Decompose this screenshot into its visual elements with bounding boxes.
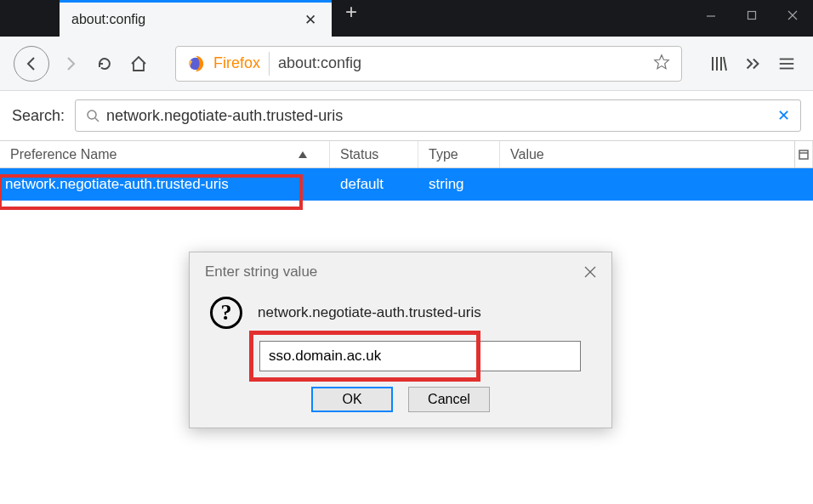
back-button[interactable] (14, 46, 49, 82)
window-controls (691, 0, 813, 31)
pref-row-selected[interactable]: network.negotiate-auth.trusted-uris defa… (0, 168, 813, 201)
pref-type-cell: string (418, 176, 500, 193)
close-window-button[interactable] (772, 0, 813, 31)
search-icon (86, 109, 99, 122)
bookmark-star-icon[interactable] (652, 53, 671, 75)
dialog-message-row: ? network.negotiate-auth.trusted-uris (210, 297, 591, 329)
browser-tab-active[interactable]: about:config ✕ (60, 3, 332, 37)
pref-column-header: Preference Name Status Type Value (0, 140, 813, 168)
overflow-button[interactable] (740, 51, 765, 76)
dialog-title-bar: Enter string value (190, 252, 611, 292)
column-value-label: Value (510, 147, 544, 162)
firefox-logo-icon (186, 54, 205, 73)
new-tab-button[interactable]: + (332, 0, 371, 24)
clear-search-icon[interactable]: ✕ (777, 106, 790, 125)
dialog-pref-name: network.negotiate-auth.trusted-uris (258, 304, 481, 321)
column-value[interactable]: Value (500, 141, 813, 167)
nav-toolbar: Firefox about:config (0, 37, 813, 91)
url-bar[interactable]: Firefox about:config (175, 46, 682, 82)
cancel-button[interactable]: Cancel (408, 387, 490, 412)
search-box[interactable]: ✕ (75, 99, 801, 132)
string-value-dialog: Enter string value ? network.negotiate-a… (189, 252, 612, 428)
ok-button[interactable]: OK (311, 387, 393, 412)
dialog-title: Enter string value (205, 263, 317, 280)
svg-line-8 (724, 57, 726, 71)
svg-point-12 (88, 110, 96, 119)
dialog-input-wrap (259, 341, 591, 371)
urlbar-separator (269, 52, 270, 76)
sort-ascending-icon (298, 151, 307, 158)
column-status[interactable]: Status (330, 141, 418, 167)
close-tab-icon[interactable]: ✕ (301, 9, 320, 31)
maximize-button[interactable] (731, 0, 772, 31)
svg-line-13 (95, 118, 99, 122)
column-type-label: Type (429, 147, 458, 162)
column-pref-label: Preference Name (10, 147, 117, 162)
search-input[interactable] (106, 107, 770, 125)
home-button[interactable] (126, 51, 151, 76)
reload-button[interactable] (92, 51, 117, 76)
pref-status-cell: default (330, 176, 418, 193)
pref-name-cell: network.negotiate-auth.trusted-uris (0, 176, 330, 193)
window-titlebar: about:config ✕ + (0, 0, 813, 37)
dialog-button-row: OK Cancel (210, 387, 591, 412)
column-preference-name[interactable]: Preference Name (0, 141, 330, 167)
column-type[interactable]: Type (418, 141, 500, 167)
forward-button[interactable] (58, 51, 83, 76)
minimize-button[interactable] (691, 0, 731, 31)
pref-name-text: network.negotiate-auth.trusted-uris (5, 176, 229, 192)
url-text: about:config (278, 54, 644, 72)
tab-title: about:config (71, 12, 301, 27)
plus-icon: + (345, 0, 357, 24)
search-row: Search: ✕ (0, 91, 813, 140)
search-label: Search: (12, 107, 65, 125)
menu-button[interactable] (774, 51, 799, 76)
dialog-close-button[interactable] (579, 261, 601, 283)
svg-rect-14 (799, 150, 808, 159)
tab-strip-left-space (0, 0, 60, 37)
firefox-label: Firefox (213, 54, 260, 72)
dialog-input[interactable] (259, 341, 581, 371)
library-button[interactable] (706, 51, 731, 76)
column-status-label: Status (340, 147, 378, 162)
svg-rect-1 (748, 12, 756, 20)
question-icon: ? (210, 297, 242, 329)
column-picker-icon[interactable] (794, 141, 811, 167)
dialog-body: ? network.negotiate-auth.trusted-uris OK… (190, 292, 611, 428)
